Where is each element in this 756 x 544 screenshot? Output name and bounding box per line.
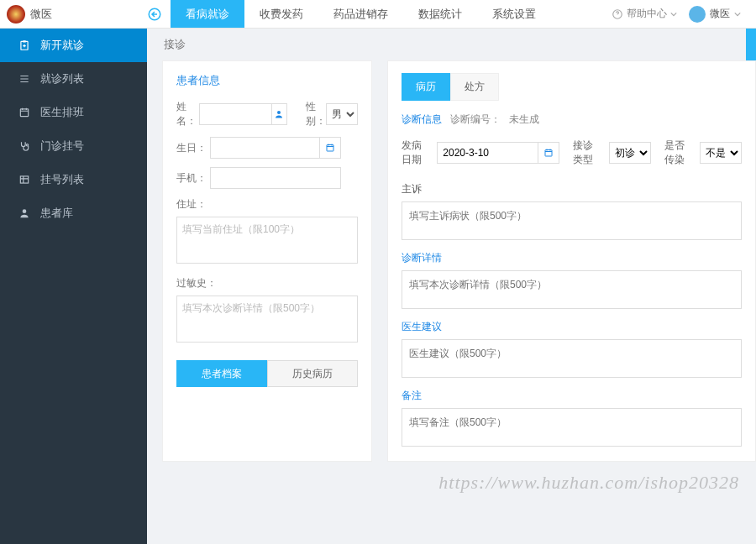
diag-query-row: 发病日期 接诊类型 初诊 是否传染 不是 [402,139,742,167]
svg-point-8 [277,111,281,114]
top-header: 微医 看病就诊 收费发药 药品进销存 数据统计 系统设置 帮助中心 微医 [0,0,756,29]
gender-label: 性别： [306,100,326,128]
diag-info-label: 诊断信息 [402,112,442,127]
sidebar-item-label: 门诊挂号 [40,139,84,154]
infectious-select[interactable]: 不是 [700,142,742,164]
chief-input[interactable] [402,201,742,240]
patient-archive-button[interactable]: 患者档案 [176,360,267,387]
note-input[interactable] [402,408,742,447]
brand-name: 微医 [30,7,52,22]
diag-tabs: 病历 处方 [402,73,742,101]
birthday-input[interactable] [210,137,319,159]
svg-point-5 [26,144,28,146]
sidebar-item-schedule[interactable]: 医生排班 [0,96,147,129]
detail-input[interactable] [402,270,742,309]
allergy-label: 过敏史： [176,276,358,290]
patient-title: 患者信息 [176,73,358,88]
diag-code-value: 未生成 [509,112,539,127]
address-label: 住址： [176,197,358,212]
advice-input[interactable] [402,339,742,378]
calendar-addon-icon[interactable] [319,137,341,159]
user-addon-icon[interactable] [271,103,286,125]
main-area: 接诊 患者信息 姓名： 性别： 男 生日： [147,29,756,544]
visit-type-label: 接诊类型 [573,139,601,167]
help-link[interactable]: 帮助中心 [612,7,677,21]
user-name: 微医 [710,7,730,21]
logo-area: 微医 [0,5,147,24]
calendar-addon-icon[interactable] [538,142,559,164]
patient-panel: 患者信息 姓名： 性别： 男 生日： 手机： 住址： [162,60,372,462]
nav-tab-inventory[interactable]: 药品进销存 [318,0,403,28]
svg-rect-6 [20,176,28,183]
user-icon [18,207,30,219]
name-label: 姓名： [176,100,199,128]
nav-tab-settings[interactable]: 系统设置 [477,0,551,28]
tab-medical-record[interactable]: 病历 [402,73,450,101]
history-record-button[interactable]: 历史病历 [267,360,358,387]
visit-type-select[interactable]: 初诊 [609,142,651,164]
svg-rect-4 [20,109,28,117]
header-right: 帮助中心 微医 [612,6,756,23]
advice-title: 医生建议 [402,320,742,334]
list-icon [18,73,30,85]
phone-input[interactable] [210,167,341,189]
sidebar-item-label: 新开就诊 [40,38,84,53]
note-title: 备注 [402,389,742,403]
stethoscope-icon [18,140,30,152]
sidebar-item-register-list[interactable]: 挂号列表 [0,163,147,196]
svg-point-7 [23,209,27,213]
chevron-down-icon [670,11,677,18]
breadcrumb-accent [746,29,756,60]
avatar [689,6,706,23]
logo-icon [7,5,25,24]
exit-icon[interactable] [147,7,162,22]
name-input[interactable] [199,103,271,125]
phone-label: 手机： [176,171,210,186]
onset-date-input[interactable] [437,142,538,164]
tab-prescription[interactable]: 处方 [450,73,499,101]
sidebar-item-visit-list[interactable]: 就诊列表 [0,62,147,96]
nav-tab-clinic[interactable]: 看病就诊 [171,0,244,28]
sidebar-item-label: 挂号列表 [40,172,84,187]
birthday-label: 生日： [176,141,210,155]
infectious-label: 是否传染 [664,139,693,167]
sidebar: 新开就诊 就诊列表 医生排班 门诊挂号 挂号列表 患者库 [0,29,147,544]
nav-tab-billing[interactable]: 收费发药 [244,0,318,28]
nav-tabs: 看病就诊 收费发药 药品进销存 数据统计 系统设置 [171,0,551,28]
svg-rect-3 [23,40,26,42]
diag-code-label: 诊断编号： [450,112,501,127]
svg-rect-9 [327,145,333,152]
diag-info-line: 诊断信息 诊断编号： 未生成 [402,112,742,127]
clipboard-plus-icon [18,39,30,51]
help-label: 帮助中心 [627,7,667,21]
nav-tab-stats[interactable]: 数据统计 [403,0,477,28]
detail-title: 诊断详情 [402,251,742,265]
breadcrumb-label: 接诊 [164,37,186,52]
sidebar-item-patients[interactable]: 患者库 [0,196,147,230]
onset-label: 发病日期 [402,139,430,167]
sidebar-item-new-visit[interactable]: 新开就诊 [0,29,147,62]
svg-rect-10 [545,150,552,157]
diagnosis-panel: 病历 处方 诊断信息 诊断编号： 未生成 发病日期 接诊类型 初诊 [387,60,756,462]
allergy-input[interactable] [176,296,358,343]
address-input[interactable] [176,217,358,264]
gender-select[interactable]: 男 [326,103,358,125]
sidebar-item-register[interactable]: 门诊挂号 [0,129,147,163]
chief-title: 主诉 [402,182,742,196]
chevron-down-icon [734,11,741,18]
sidebar-item-label: 患者库 [40,206,73,221]
sidebar-item-label: 就诊列表 [40,71,84,86]
table-icon [18,174,30,186]
breadcrumb: 接诊 [147,29,756,60]
calendar-icon [18,107,30,118]
user-menu[interactable]: 微医 [689,6,741,23]
sidebar-item-label: 医生排班 [40,105,84,120]
